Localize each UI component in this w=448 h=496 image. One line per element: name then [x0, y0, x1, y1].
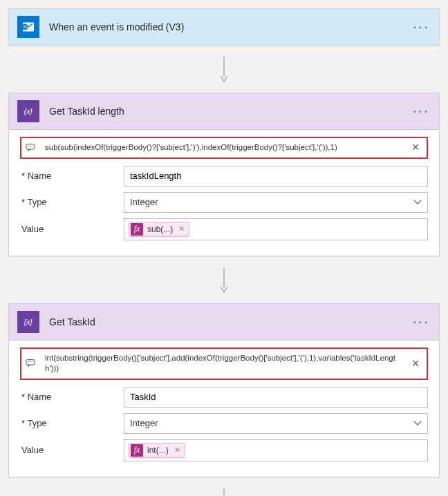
value-field-row: Value fx sub(...) ✕ [20, 218, 428, 240]
speech-icon [23, 356, 38, 371]
value-field-row: Value fx int(...) ✕ [20, 439, 428, 461]
connector-arrow [8, 51, 440, 93]
chevron-down-icon [413, 419, 422, 428]
connector-arrow [8, 262, 440, 303]
type-select[interactable]: Integer [124, 192, 428, 213]
svg-rect-6 [26, 144, 35, 149]
type-label: Type [20, 418, 124, 428]
pill-remove-icon[interactable]: ✕ [178, 225, 185, 233]
svg-rect-2 [23, 24, 28, 30]
card-header[interactable]: When an event is modified (V3) ··· [9, 9, 439, 45]
type-select[interactable]: Integer [124, 413, 428, 434]
card-header[interactable]: {x} Get TaskId length ··· [9, 93, 439, 129]
card-body: sub(sub(indexOf(triggerBody()?['subject'… [9, 129, 439, 256]
name-label: Name [20, 392, 124, 402]
value-input[interactable]: fx int(...) ✕ [124, 439, 428, 461]
more-menu-button[interactable]: ··· [411, 21, 431, 33]
close-icon[interactable]: × [409, 356, 422, 371]
fx-icon: fx [131, 444, 143, 457]
svg-text:{x}: {x} [24, 317, 33, 325]
name-field-row: Name [20, 387, 428, 408]
card-title: Get TaskId length [49, 106, 402, 117]
fx-icon: fx [131, 223, 143, 236]
card-header[interactable]: {x} Get TaskId ··· [9, 304, 439, 340]
card-title: When an event is modified (V3) [49, 21, 402, 32]
variable-icon: {x} [17, 100, 39, 122]
svg-text:{x}: {x} [24, 107, 33, 115]
step-get-taskid-card: {x} Get TaskId ··· int(substring(trigger… [8, 303, 440, 477]
value-label: Value [20, 445, 124, 455]
name-input[interactable] [124, 166, 428, 187]
chevron-down-icon [413, 198, 422, 207]
expression-text: sub(sub(indexOf(triggerBody()?['subject'… [45, 140, 402, 156]
pill-text: sub(...) [147, 225, 173, 234]
name-label: Name [20, 171, 124, 181]
value-label: Value [20, 224, 124, 234]
type-field-row: Type Integer [20, 413, 428, 434]
step-get-taskid-length-card: {x} Get TaskId length ··· sub(sub(indexO… [8, 93, 440, 256]
expression-pill[interactable]: fx int(...) ✕ [129, 443, 185, 458]
speech-icon [23, 140, 38, 155]
expression-preview-row: int(substring(triggerBody()['subject'],a… [20, 347, 428, 380]
expression-preview-row: sub(sub(indexOf(triggerBody()?['subject'… [20, 137, 428, 159]
pill-remove-icon[interactable]: ✕ [174, 446, 180, 455]
card-title: Get TaskId [49, 316, 402, 327]
expression-text: int(substring(triggerBody()['subject'],a… [45, 350, 402, 377]
type-value: Integer [130, 418, 158, 428]
name-field-row: Name [20, 166, 428, 187]
value-input[interactable]: fx sub(...) ✕ [124, 218, 428, 240]
more-menu-button[interactable]: ··· [411, 316, 431, 328]
variable-icon: {x} [17, 311, 39, 333]
type-label: Type [20, 197, 124, 207]
more-menu-button[interactable]: ··· [411, 105, 431, 117]
step-trigger-card[interactable]: When an event is modified (V3) ··· [8, 8, 440, 46]
pill-text: int(...) [147, 446, 169, 455]
connector-arrow [8, 483, 440, 496]
close-icon[interactable]: × [409, 140, 422, 155]
name-input[interactable] [124, 387, 428, 408]
outlook-icon [17, 16, 39, 38]
type-field-row: Type Integer [20, 192, 428, 213]
card-body: int(substring(triggerBody()['subject'],a… [9, 340, 439, 477]
expression-pill[interactable]: fx sub(...) ✕ [129, 222, 189, 237]
type-value: Integer [130, 197, 158, 207]
svg-rect-12 [26, 360, 35, 365]
